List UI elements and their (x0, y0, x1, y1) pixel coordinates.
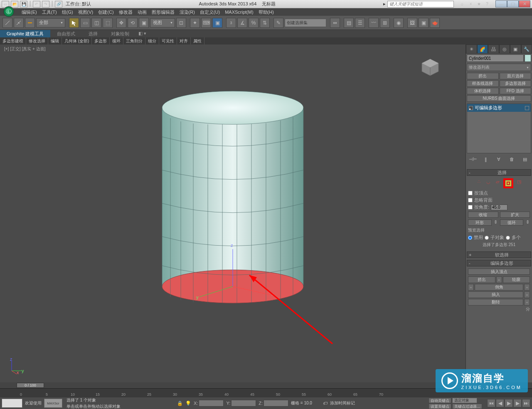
isolate-icon[interactable]: 💡 (185, 401, 191, 406)
btn-grow[interactable]: 扩大 (500, 212, 530, 218)
btn-flip-settings[interactable]: ▫ (524, 299, 530, 306)
pin-stack-icon[interactable]: ⊣⊢ (470, 156, 476, 163)
keysel-input[interactable] (452, 398, 477, 403)
rsub-modsel[interactable]: 修改选择 (26, 37, 48, 44)
manipulate-icon[interactable]: ✦ (190, 18, 200, 28)
snap-toggle-icon[interactable]: ▣ (212, 18, 222, 28)
rsub-polymodel[interactable]: 多边形建模 (0, 37, 26, 44)
coord-x-input[interactable] (199, 400, 224, 407)
coord-y-input[interactable] (231, 400, 256, 407)
play-icon[interactable]: ▶ (505, 399, 513, 407)
render-setup-icon[interactable]: 🖼 (407, 18, 417, 28)
chk-by-angle[interactable] (468, 205, 473, 209)
btn-insert-vertex[interactable]: 插入顶点 (468, 269, 530, 275)
object-color-swatch[interactable] (525, 54, 531, 62)
welcome-box[interactable] (2, 399, 22, 408)
exchange-icon[interactable]: ☓ (467, 1, 474, 7)
tab-modify-icon[interactable]: 🌈 (477, 44, 488, 54)
render-frame-icon[interactable]: ▣ (419, 18, 429, 28)
subobj-vertex-icon[interactable]: ∴ (476, 178, 483, 185)
btn-poly-outline[interactable]: 轮廓 (503, 276, 530, 283)
minimize-button[interactable]: — (495, 0, 507, 7)
btn-poly-extrude[interactable]: 挤出 (468, 276, 495, 283)
stack-editable-poly[interactable]: ▪ 可编辑多边形 (467, 104, 531, 112)
timetag-icon[interactable]: 🏷 (323, 401, 328, 406)
schematic-icon[interactable]: ⊞ (380, 18, 390, 28)
tab-hierarchy-icon[interactable]: 品 (488, 44, 499, 54)
rsub-align[interactable]: 对齐 (177, 37, 191, 44)
menu-modifiers[interactable]: 修改器 (116, 8, 135, 16)
percent-snap-icon[interactable]: % (249, 18, 259, 28)
menu-create[interactable]: 创建(C) (96, 8, 116, 16)
scale-icon[interactable]: ▣ (139, 18, 149, 28)
goto-end-icon[interactable]: ⏭ (522, 399, 530, 407)
time-slider[interactable]: 0 / 100 (17, 383, 44, 388)
layers-icon[interactable]: ☰ (355, 18, 365, 28)
keyfilter-button[interactable]: 关键点过滤器... (452, 404, 482, 409)
rsub-loop[interactable]: 循环 (110, 37, 123, 44)
qat-redo-icon[interactable]: ↷ (42, 1, 49, 7)
toolbox-icon[interactable]: ⌂ (459, 1, 466, 7)
radio-preview-multi[interactable] (506, 236, 510, 240)
btn-outline-settings[interactable]: ▫ (468, 284, 474, 291)
tab-utilities-icon[interactable]: 🔧 (521, 44, 532, 54)
rsub-vis[interactable]: 可见性 (159, 37, 177, 44)
maximize-button[interactable]: ▢ (507, 0, 519, 7)
viewport-label[interactable]: [+] [正交] [真实 + 边面] (4, 46, 45, 52)
ribbon-tab-selection[interactable]: 选择 (82, 30, 104, 37)
btn-inset-settings[interactable]: ▫ (524, 291, 530, 298)
object-name-input[interactable] (467, 54, 524, 62)
btn-loop[interactable]: 循环 (500, 219, 524, 226)
help-search-input[interactable] (387, 1, 454, 7)
btn-patch-sel[interactable]: 面片选择 (500, 73, 532, 79)
subobj-polygon-icon[interactable] (505, 180, 511, 186)
menu-rendering[interactable]: 渲染(R) (177, 8, 197, 16)
render-icon[interactable]: 🫖 (430, 18, 440, 28)
modifier-list-dropdown[interactable]: 修改器列表 (467, 64, 531, 71)
select-region-icon[interactable]: ◫ (91, 18, 101, 28)
tab-display-icon[interactable]: ▣ (510, 44, 521, 54)
btn-ffd-sel[interactable]: FFD 选择 (500, 88, 532, 94)
menu-views[interactable]: 视图(V) (76, 8, 96, 16)
rotate-icon[interactable]: ⟲ (128, 18, 138, 28)
ribbon-tab-objpaint[interactable]: 对象绘制 (104, 30, 136, 37)
btn-poly-sel[interactable]: 多边形选择 (500, 80, 532, 87)
menu-edit[interactable]: 编辑(E) (19, 8, 39, 16)
setkey-button[interactable]: 设置关键点 (429, 404, 451, 409)
addtag-label[interactable]: 添加时间标记 (330, 400, 355, 406)
mirror-icon[interactable]: ⇔ (330, 18, 340, 28)
next-frame-icon[interactable]: ▶ (513, 399, 522, 407)
rsub-props[interactable]: 属性 (191, 37, 204, 44)
menu-customize[interactable]: 自定义(U) (197, 8, 222, 16)
maxscript-box[interactable]: MAXScr (44, 399, 62, 408)
rsub-tri[interactable]: 三角剖分 (123, 37, 145, 44)
angle-snap-icon[interactable]: ∡ (237, 18, 247, 28)
menu-tools[interactable]: 工具(T) (39, 8, 59, 16)
btn-poly-inset[interactable]: 插入 (468, 291, 523, 298)
edit-named-sel-icon[interactable]: ✎ (273, 18, 283, 28)
menu-group[interactable]: 组(G) (59, 8, 76, 16)
btn-extrude-settings[interactable]: ▫ (496, 276, 502, 283)
chk-ignore-backface[interactable] (468, 198, 473, 202)
btn-poly-bevel[interactable]: 倒角 (475, 284, 523, 291)
menu-grapheditors[interactable]: 图形编辑器 (149, 8, 177, 16)
qat-undo-icon[interactable]: ↶ (33, 1, 40, 7)
keyboard-shortcut-icon[interactable]: ⌨ (201, 18, 211, 28)
btn-nurbs-sel[interactable]: NURBS 曲面选择 (467, 95, 531, 102)
unlink-icon[interactable] (14, 18, 24, 28)
menu-help[interactable]: 帮助(H) (256, 8, 276, 16)
viewport[interactable]: [+] [正交] [真实 + 边面] (0, 44, 466, 382)
angle-spinner[interactable] (491, 204, 507, 210)
subobj-border-icon[interactable]: ▱ (494, 178, 501, 185)
qat-save-icon[interactable]: 💾 (20, 1, 27, 7)
star-icon[interactable]: ★ (475, 1, 482, 7)
btn-vol-sel[interactable]: 体积选择 (467, 88, 499, 94)
window-crossing-icon[interactable]: ⬚ (103, 18, 113, 28)
pivot-icon[interactable]: ⊡ (176, 18, 186, 28)
goto-start-icon[interactable]: ⏮ (487, 399, 495, 407)
cylinder-object[interactable]: z x y (145, 79, 320, 320)
rsub-edit[interactable]: 编辑 (48, 37, 62, 44)
workspace-label[interactable]: 工作台: 默认 (66, 1, 91, 7)
tab-create-icon[interactable]: ✳ (466, 44, 477, 54)
show-result-icon[interactable]: ‖ (483, 156, 489, 163)
